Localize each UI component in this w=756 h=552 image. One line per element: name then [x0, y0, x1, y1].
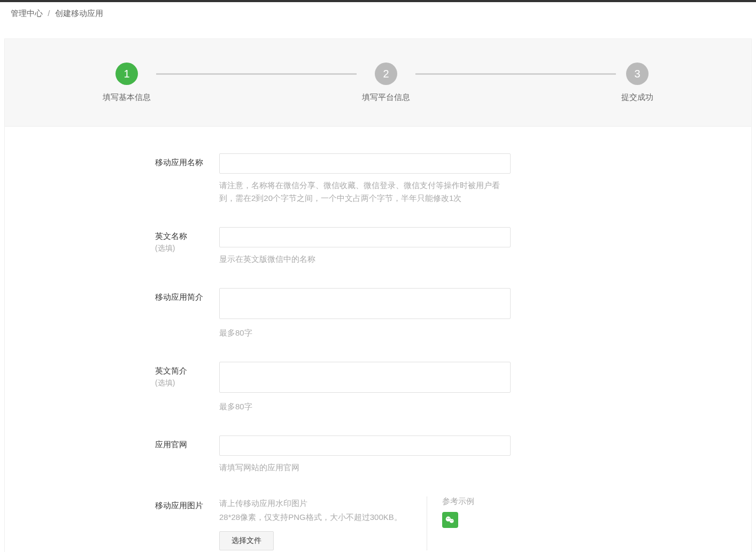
upload-section-watermark: 请上传移动应用水印图片 28*28像素，仅支持PNG格式，大小不超过300KB。… [219, 496, 593, 550]
label-app-name: 移动应用名称 [155, 153, 219, 168]
breadcrumb-current: 创建移动应用 [55, 9, 103, 18]
input-app-desc[interactable] [219, 288, 511, 319]
file-button-watermark[interactable]: 选择文件 [219, 531, 274, 550]
steps-wrapper: 1 填写基本信息 2 填写平台信息 3 提交成功 [4, 38, 752, 127]
svg-point-3 [449, 518, 450, 519]
row-app-image: 移动应用图片 请上传移动应用水印图片 28*28像素，仅支持PNG格式，大小不超… [155, 496, 659, 552]
step-2: 2 填写平台信息 [362, 63, 410, 103]
upload-watermark-title: 请上传移动应用水印图片 [219, 496, 412, 510]
help-app-name: 请注意，名称将在微信分享、微信收藏、微信登录、微信支付等操作时被用户看到，需在2… [219, 179, 511, 205]
example-label-1: 参考示例 [442, 496, 593, 507]
help-website: 请填写网站的应用官网 [219, 461, 511, 474]
svg-point-5 [452, 520, 452, 520]
step-3-circle: 3 [626, 63, 649, 85]
label-en-name-text: 英文名称 [155, 231, 187, 240]
label-en-name: 英文名称 (选填) [155, 227, 219, 253]
help-en-name: 显示在英文版微信中的名称 [219, 253, 511, 266]
help-app-desc: 最多80字 [219, 326, 511, 339]
row-website: 应用官网 请填写网站的应用官网 [155, 436, 659, 474]
step-2-label: 填写平台信息 [362, 92, 410, 103]
input-app-name[interactable] [219, 153, 511, 174]
label-en-name-optional: (选填) [155, 244, 219, 253]
row-app-name: 移动应用名称 请注意，名称将在微信分享、微信收藏、微信登录、微信支付等操作时被用… [155, 153, 659, 205]
row-en-desc: 英文简介 (选填) 最多80字 [155, 362, 659, 413]
label-en-desc-text: 英文简介 [155, 366, 187, 375]
svg-point-4 [451, 520, 451, 520]
step-3-label: 提交成功 [621, 92, 653, 103]
label-en-desc: 英文简介 (选填) [155, 362, 219, 388]
form-inner: 移动应用名称 请注意，名称将在微信分享、微信收藏、微信登录、微信支付等操作时被用… [97, 153, 659, 552]
help-en-desc: 最多80字 [219, 400, 511, 413]
breadcrumb-home-link[interactable]: 管理中心 [11, 9, 43, 18]
breadcrumb: 管理中心 / 创建移动应用 [0, 2, 756, 25]
breadcrumb-separator: / [48, 9, 50, 18]
upload-divider-1 [427, 496, 427, 550]
label-website: 应用官网 [155, 436, 219, 450]
steps-nav: 1 填写基本信息 2 填写平台信息 3 提交成功 [71, 63, 685, 103]
step-line-2 [415, 73, 616, 75]
input-website[interactable] [219, 436, 511, 456]
form-panel: 移动应用名称 请注意，名称将在微信分享、微信收藏、微信登录、微信支付等操作时被用… [4, 127, 752, 552]
label-app-image: 移动应用图片 [155, 496, 219, 511]
step-3: 3 提交成功 [621, 63, 653, 103]
wechat-icon [442, 512, 458, 528]
step-2-circle: 2 [375, 63, 397, 85]
row-en-name: 英文名称 (选填) 显示在英文版微信中的名称 [155, 227, 659, 266]
upload-watermark-desc: 28*28像素，仅支持PNG格式，大小不超过300KB。 [219, 510, 412, 524]
label-app-desc: 移动应用简介 [155, 288, 219, 302]
input-en-name[interactable] [219, 227, 511, 247]
svg-point-1 [450, 519, 454, 523]
main-container: 1 填写基本信息 2 填写平台信息 3 提交成功 移动应用名称 请注意，名称将在… [4, 38, 752, 552]
row-app-desc: 移动应用简介 最多80字 [155, 288, 659, 339]
step-1-label: 填写基本信息 [103, 92, 151, 103]
input-en-desc[interactable] [219, 362, 511, 393]
svg-point-2 [447, 518, 448, 519]
step-1-circle: 1 [115, 63, 138, 85]
step-1: 1 填写基本信息 [103, 63, 151, 103]
step-line-1 [156, 73, 357, 75]
label-en-desc-optional: (选填) [155, 378, 219, 388]
